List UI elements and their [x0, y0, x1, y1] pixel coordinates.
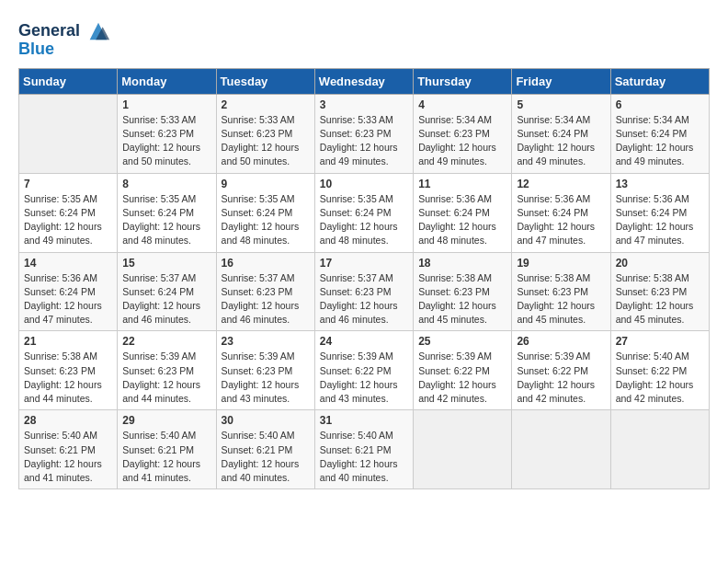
day-number: 1 [122, 98, 210, 111]
calendar-cell [414, 410, 512, 489]
calendar-cell: 11Sunrise: 5:36 AM Sunset: 6:24 PM Dayli… [414, 173, 512, 252]
calendar-cell: 16Sunrise: 5:37 AM Sunset: 6:23 PM Dayli… [216, 252, 314, 331]
calendar-cell: 27Sunrise: 5:40 AM Sunset: 6:22 PM Dayli… [610, 331, 709, 410]
cell-content: Sunrise: 5:34 AM Sunset: 6:24 PM Dayligh… [517, 113, 605, 169]
cell-content: Sunrise: 5:34 AM Sunset: 6:23 PM Dayligh… [418, 113, 506, 169]
day-number: 30 [222, 414, 310, 427]
cell-content: Sunrise: 5:38 AM Sunset: 6:23 PM Dayligh… [517, 271, 605, 327]
cell-content: Sunrise: 5:33 AM Sunset: 6:23 PM Dayligh… [222, 113, 310, 169]
cell-content: Sunrise: 5:40 AM Sunset: 6:21 PM Dayligh… [122, 429, 210, 485]
calendar-cell: 15Sunrise: 5:37 AM Sunset: 6:24 PM Dayli… [118, 252, 216, 331]
cell-content: Sunrise: 5:36 AM Sunset: 6:24 PM Dayligh… [517, 192, 605, 248]
calendar-cell: 8Sunrise: 5:35 AM Sunset: 6:24 PM Daylig… [118, 173, 216, 252]
day-number: 10 [320, 178, 408, 190]
header-row: SundayMondayTuesdayWednesdayThursdayFrid… [19, 68, 710, 94]
day-number: 24 [320, 335, 408, 348]
cell-content: Sunrise: 5:38 AM Sunset: 6:23 PM Dayligh… [616, 271, 704, 327]
header-cell-wednesday: Wednesday [314, 68, 413, 94]
header-cell-sunday: Sunday [19, 68, 118, 94]
cell-content: Sunrise: 5:40 AM Sunset: 6:21 PM Dayligh… [24, 429, 112, 485]
calendar-cell: 9Sunrise: 5:35 AM Sunset: 6:24 PM Daylig… [216, 173, 314, 252]
day-number: 28 [24, 414, 112, 427]
cell-content: Sunrise: 5:37 AM Sunset: 6:23 PM Dayligh… [320, 271, 408, 327]
calendar-cell: 20Sunrise: 5:38 AM Sunset: 6:23 PM Dayli… [610, 252, 709, 331]
calendar-cell: 14Sunrise: 5:36 AM Sunset: 6:24 PM Dayli… [19, 252, 118, 331]
day-number: 21 [24, 335, 112, 348]
day-number: 18 [418, 257, 506, 270]
day-number: 7 [24, 178, 112, 190]
logo-icon [85, 18, 111, 44]
cell-content: Sunrise: 5:40 AM Sunset: 6:21 PM Dayligh… [222, 429, 310, 485]
calendar-cell: 19Sunrise: 5:38 AM Sunset: 6:23 PM Dayli… [512, 252, 610, 331]
calendar-body: 1Sunrise: 5:33 AM Sunset: 6:23 PM Daylig… [19, 94, 710, 488]
header-cell-friday: Friday [512, 68, 610, 94]
header-cell-saturday: Saturday [610, 68, 709, 94]
day-number: 12 [517, 178, 605, 190]
calendar-cell: 29Sunrise: 5:40 AM Sunset: 6:21 PM Dayli… [118, 410, 216, 489]
calendar-cell: 6Sunrise: 5:34 AM Sunset: 6:24 PM Daylig… [610, 94, 709, 173]
calendar-cell: 18Sunrise: 5:38 AM Sunset: 6:23 PM Dayli… [414, 252, 512, 331]
week-row-3: 14Sunrise: 5:36 AM Sunset: 6:24 PM Dayli… [19, 252, 710, 331]
cell-content: Sunrise: 5:37 AM Sunset: 6:24 PM Dayligh… [122, 271, 210, 327]
day-number: 9 [222, 178, 310, 190]
day-number: 15 [122, 257, 210, 270]
calendar-header: SundayMondayTuesdayWednesdayThursdayFrid… [19, 68, 710, 94]
calendar-cell: 5Sunrise: 5:34 AM Sunset: 6:24 PM Daylig… [512, 94, 610, 173]
calendar-cell: 23Sunrise: 5:39 AM Sunset: 6:23 PM Dayli… [216, 331, 314, 410]
logo: General Blue [18, 18, 111, 59]
day-number: 22 [122, 335, 210, 348]
cell-content: Sunrise: 5:36 AM Sunset: 6:24 PM Dayligh… [616, 192, 704, 248]
day-number: 23 [222, 335, 310, 348]
cell-content: Sunrise: 5:36 AM Sunset: 6:24 PM Dayligh… [418, 192, 506, 248]
cell-content: Sunrise: 5:37 AM Sunset: 6:23 PM Dayligh… [222, 271, 310, 327]
cell-content: Sunrise: 5:39 AM Sunset: 6:23 PM Dayligh… [222, 350, 310, 406]
day-number: 29 [122, 414, 210, 427]
day-number: 19 [517, 257, 605, 270]
day-number: 25 [418, 335, 506, 348]
calendar-cell: 10Sunrise: 5:35 AM Sunset: 6:24 PM Dayli… [314, 173, 413, 252]
calendar-cell: 2Sunrise: 5:33 AM Sunset: 6:23 PM Daylig… [216, 94, 314, 173]
calendar-cell: 12Sunrise: 5:36 AM Sunset: 6:24 PM Dayli… [512, 173, 610, 252]
calendar-cell: 22Sunrise: 5:39 AM Sunset: 6:23 PM Dayli… [118, 331, 216, 410]
calendar-cell: 13Sunrise: 5:36 AM Sunset: 6:24 PM Dayli… [610, 173, 709, 252]
calendar-cell: 4Sunrise: 5:34 AM Sunset: 6:23 PM Daylig… [414, 94, 512, 173]
calendar-cell [512, 410, 610, 489]
day-number: 8 [122, 178, 210, 190]
calendar-cell: 28Sunrise: 5:40 AM Sunset: 6:21 PM Dayli… [19, 410, 118, 489]
cell-content: Sunrise: 5:35 AM Sunset: 6:24 PM Dayligh… [222, 192, 310, 248]
cell-content: Sunrise: 5:38 AM Sunset: 6:23 PM Dayligh… [418, 271, 506, 327]
cell-content: Sunrise: 5:39 AM Sunset: 6:22 PM Dayligh… [517, 350, 605, 406]
day-number: 26 [517, 335, 605, 348]
header-cell-thursday: Thursday [414, 68, 512, 94]
cell-content: Sunrise: 5:35 AM Sunset: 6:24 PM Dayligh… [320, 192, 408, 248]
calendar-cell: 26Sunrise: 5:39 AM Sunset: 6:22 PM Dayli… [512, 331, 610, 410]
calendar-cell: 30Sunrise: 5:40 AM Sunset: 6:21 PM Dayli… [216, 410, 314, 489]
cell-content: Sunrise: 5:35 AM Sunset: 6:24 PM Dayligh… [24, 192, 112, 248]
calendar-cell: 7Sunrise: 5:35 AM Sunset: 6:24 PM Daylig… [19, 173, 118, 252]
day-number: 17 [320, 257, 408, 270]
day-number: 14 [24, 257, 112, 270]
cell-content: Sunrise: 5:39 AM Sunset: 6:22 PM Dayligh… [320, 350, 408, 406]
cell-content: Sunrise: 5:39 AM Sunset: 6:23 PM Dayligh… [122, 350, 210, 406]
calendar-cell: 17Sunrise: 5:37 AM Sunset: 6:23 PM Dayli… [314, 252, 413, 331]
cell-content: Sunrise: 5:34 AM Sunset: 6:24 PM Dayligh… [616, 113, 704, 169]
cell-content: Sunrise: 5:36 AM Sunset: 6:24 PM Dayligh… [24, 271, 112, 327]
day-number: 13 [616, 178, 704, 190]
logo-text: General [18, 22, 80, 40]
day-number: 6 [616, 98, 704, 111]
header-cell-monday: Monday [118, 68, 216, 94]
calendar-cell: 31Sunrise: 5:40 AM Sunset: 6:21 PM Dayli… [314, 410, 413, 489]
day-number: 20 [616, 257, 704, 270]
week-row-2: 7Sunrise: 5:35 AM Sunset: 6:24 PM Daylig… [19, 173, 710, 252]
day-number: 16 [222, 257, 310, 270]
day-number: 2 [222, 98, 310, 111]
cell-content: Sunrise: 5:39 AM Sunset: 6:22 PM Dayligh… [418, 350, 506, 406]
week-row-1: 1Sunrise: 5:33 AM Sunset: 6:23 PM Daylig… [19, 94, 710, 173]
page-header: General Blue [18, 18, 710, 59]
cell-content: Sunrise: 5:38 AM Sunset: 6:23 PM Dayligh… [24, 350, 112, 406]
cell-content: Sunrise: 5:35 AM Sunset: 6:24 PM Dayligh… [122, 192, 210, 248]
calendar-cell [19, 94, 118, 173]
day-number: 5 [517, 98, 605, 111]
day-number: 31 [320, 414, 408, 427]
cell-content: Sunrise: 5:40 AM Sunset: 6:22 PM Dayligh… [616, 350, 704, 406]
